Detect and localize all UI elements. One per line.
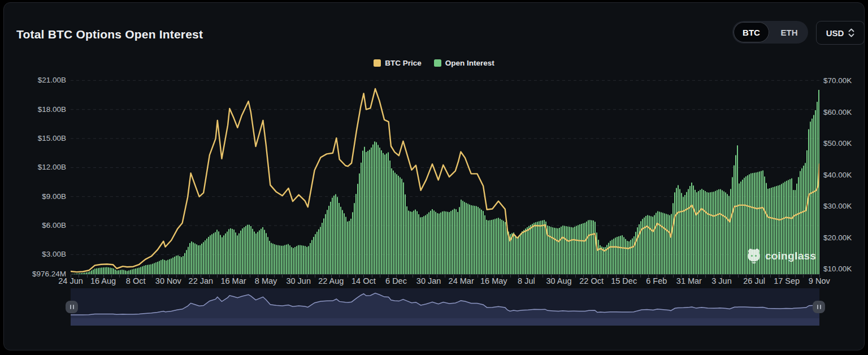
x-axis-label: 6 Dec [385, 276, 407, 285]
navigator[interactable] [71, 288, 819, 326]
chart-card: Total BTC Options Open Interest BTC ETH … [3, 2, 865, 350]
pause-icon [70, 305, 71, 309]
page-title: Total BTC Options Open Interest [16, 28, 203, 41]
x-axis-label: 14 Oct [351, 276, 376, 285]
navigator-handle-left[interactable] [66, 301, 78, 313]
pause-icon [817, 305, 818, 309]
x-axis-label: 26 Jul [743, 276, 765, 285]
x-axis-label: 8 May [255, 276, 277, 285]
legend-label: Open Interest [445, 59, 494, 67]
legend-label: BTC Price [385, 59, 422, 67]
watermark: coinglass [747, 248, 816, 264]
watermark-label: coinglass [765, 250, 816, 262]
y-axis-left-label: $3.00B [4, 250, 66, 259]
y-axis-left-label: $6.00B [4, 221, 66, 230]
legend-swatch-btc-price [374, 59, 381, 67]
x-axis-label: 22 Jan [189, 276, 214, 285]
y-axis-right-label: $60.00K [823, 108, 852, 117]
pause-icon [73, 305, 74, 309]
y-axis-left-label: $976.24M [4, 270, 66, 279]
open-interest-area [71, 90, 819, 274]
tab-eth[interactable]: ETH [771, 22, 807, 42]
x-axis-label: 22 Aug [318, 276, 344, 285]
x-axis-label: 8 Jul [518, 276, 535, 285]
x-axis-line [71, 274, 820, 275]
x-axis-label: 6 Feb [646, 276, 667, 285]
x-axis-label: 9 Nov [809, 276, 830, 285]
x-axis-label: 30 Aug [546, 276, 571, 285]
x-axis-label: 30 Jan [416, 276, 441, 285]
x-axis-label: 30 Jun [286, 276, 311, 285]
pause-icon [820, 305, 821, 309]
y-axis-left-label: $9.00B [4, 192, 66, 201]
currency-select[interactable]: USD [816, 21, 865, 45]
y-axis-right-label: $40.00K [823, 171, 852, 180]
x-axis-label: 24 Jun [58, 276, 83, 285]
x-axis-label: 3 Jun [711, 276, 731, 285]
y-axis-right-label: $30.00K [823, 202, 852, 211]
x-axis-label: 8 Oct [126, 276, 146, 285]
y-axis-left-label: $12.00B [4, 163, 66, 172]
x-axis-label: 24 Mar [449, 276, 474, 285]
y-axis-right-label: $70.00K [823, 76, 852, 85]
x-axis-label: 15 Dec [611, 276, 637, 285]
x-axis-label: 31 Mar [676, 276, 702, 285]
coinglass-pig-icon [747, 248, 761, 264]
tab-btc[interactable]: BTC [734, 22, 769, 42]
legend-item-open-interest[interactable]: Open Interest [434, 59, 494, 67]
coin-toggle: BTC ETH [732, 21, 808, 44]
navigator-track [71, 318, 819, 326]
y-axis-right-label: $10.00K [823, 265, 852, 274]
currency-select-value: USD [826, 28, 844, 38]
navigator-handle-right[interactable] [813, 301, 825, 313]
y-axis-left-label: $21.00B [4, 76, 66, 85]
y-axis-right-label: $20.00K [823, 233, 852, 243]
y-axis-left-label: $15.00B [4, 134, 66, 143]
chart-plot[interactable] [71, 78, 819, 275]
x-axis-label: 16 Mar [220, 276, 246, 285]
updown-chevron-icon [848, 28, 854, 38]
x-axis-label: 30 Nov [155, 276, 181, 285]
y-axis-left-label: $18.00B [4, 105, 66, 114]
y-axis-right-label: $50.00K [823, 139, 852, 148]
x-axis-label: 16 May [480, 276, 507, 285]
x-axis-label: 17 Sep [774, 276, 800, 285]
x-axis-label: 16 Aug [90, 276, 116, 285]
legend-item-btc-price[interactable]: BTC Price [374, 59, 422, 67]
legend-swatch-open-interest [434, 59, 441, 67]
legend: BTC Price Open Interest [4, 59, 864, 67]
x-axis-ticks [71, 275, 820, 278]
x-axis-label: 22 Oct [579, 276, 604, 285]
